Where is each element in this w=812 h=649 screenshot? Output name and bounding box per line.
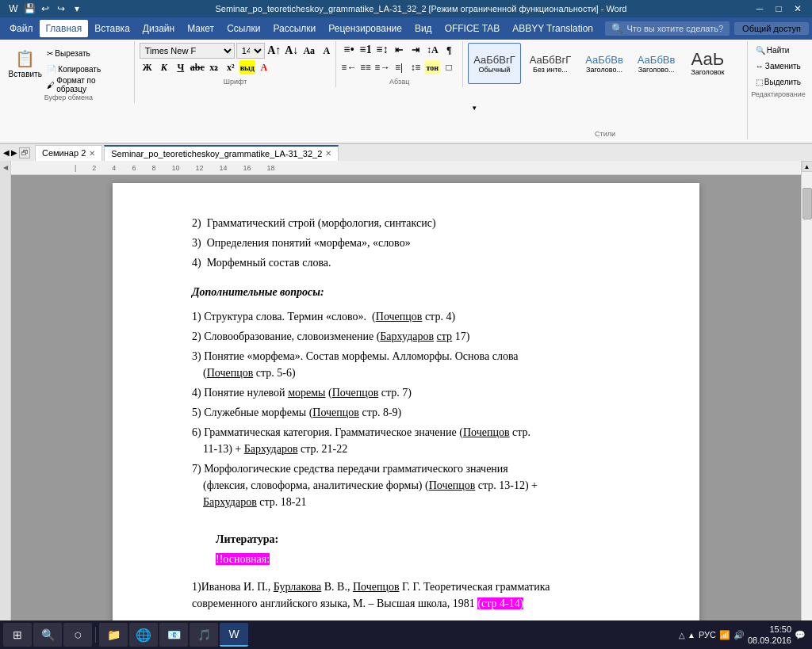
vertical-scrollbar[interactable]: ▲ ▼ [801,161,812,649]
pocheptsov-link-1[interactable]: Почепцов [376,311,423,323]
style-title[interactable]: АаЬ Заголовок [684,43,731,84]
menu-abbyy[interactable]: ABBYY Translation [506,20,599,37]
chrome-btn[interactable]: 🌐 [129,623,158,647]
numbering-btn[interactable]: ≡1 [358,43,373,57]
shading-btn[interactable]: тон [424,60,440,74]
tab-seminar-main[interactable]: Seminar_po_teoreticheskoy_grammatike_LA-… [104,145,339,161]
strikethrough-btn[interactable]: abc [190,60,205,74]
format-painter-btn[interactable]: 🖌 Формат по образцу [44,78,128,92]
main-label: !!основная: [216,553,270,565]
borders-btn[interactable]: □ [441,60,457,74]
superscript-btn[interactable]: x² [223,60,239,74]
menu-home[interactable]: Главная [40,20,89,37]
paste-btn[interactable]: 📋 Вставить [8,43,42,84]
bullets-btn[interactable]: ≡• [341,43,357,57]
notifications-btn[interactable]: 💬 [795,630,806,640]
media-btn[interactable]: 🎵 [190,623,218,647]
scroll-track[interactable] [802,172,812,647]
word-icon-btn[interactable]: W [6,2,21,16]
share-btn[interactable]: Общий доступ [734,22,809,35]
replace-btn[interactable]: ↔ Заменить [753,59,804,73]
word-taskbar-btn[interactable]: W [220,623,248,647]
menu-mailings[interactable]: Рассылки [266,20,322,37]
font-name-select[interactable]: Times New F [140,43,235,59]
ruler-mark: 6 [132,164,136,172]
underline-btn[interactable]: Ч [173,60,189,74]
search-box[interactable]: 🔍 Что вы хотите сделать? [605,21,730,36]
tab-seminar-main-close[interactable]: ✕ [325,149,331,158]
menu-office-tab[interactable]: OFFICE TAB [439,20,507,37]
maximize-btn[interactable]: □ [771,2,787,15]
decrease-font-btn[interactable]: A↓ [284,44,300,58]
multilevel-btn[interactable]: ≡↕ [374,43,390,57]
styles-more-btn[interactable]: ▼ [468,87,481,128]
copy-btn[interactable]: 📄 Копировать [44,62,128,76]
style-h1[interactable]: АаБбВв Заголово... [580,43,629,84]
menu-references[interactable]: Ссылки [220,20,266,37]
align-right-btn[interactable]: ≡→ [374,60,390,74]
explorer-btn[interactable]: 📁 [99,623,128,647]
pocheptsov-link-3[interactable]: Почепцов [332,387,379,399]
scroll-up-btn[interactable]: ▲ [802,161,813,172]
justify-btn[interactable]: ≡| [391,60,407,74]
menu-view[interactable]: Вид [408,20,439,37]
cortana-btn[interactable]: ⬡ [63,623,92,647]
mail-btn[interactable]: 📧 [159,623,188,647]
menu-design[interactable]: Дизайн [136,20,181,37]
style-normal[interactable]: АаБбВгГ Обычный [468,43,520,84]
show-para-btn[interactable]: ¶ [441,43,457,57]
menu-file[interactable]: Файл [3,20,40,37]
search-taskbar-btn[interactable]: 🔍 [33,623,62,647]
undo-btn[interactable]: ↩ [38,2,52,16]
pocheptsov-link-7[interactable]: Почепцов [353,581,400,593]
save-btn[interactable]: 💾 [22,2,36,16]
find-btn[interactable]: 🔍 Найти [753,43,793,57]
bold-btn[interactable]: Ж [140,60,155,74]
subscript-btn[interactable]: x₂ [206,60,222,74]
tab-nav-right[interactable]: ▶ [11,148,17,157]
document-page[interactable]: 2) Грамматический строй (морфология, син… [113,183,699,649]
scroll-thumb[interactable] [802,188,812,220]
list-item-2: 2) Грамматический строй (морфология, син… [192,215,636,231]
minimize-btn[interactable]: ─ [752,2,768,15]
increase-indent-btn[interactable]: ⇥ [408,43,423,57]
moremy-link[interactable]: моремы [288,387,325,399]
new-window-btn[interactable]: 🗗 [19,147,30,158]
left-margin-icon[interactable]: ◀ [3,164,8,171]
clear-format-btn[interactable]: Aa [301,44,317,58]
str-link-1[interactable]: стр [437,330,453,342]
style-h2[interactable]: АаБбВв Заголово... [632,43,681,84]
font-color-btn[interactable]: А [256,60,272,74]
menu-layout[interactable]: Макет [181,20,220,37]
pocheptsov-link-5[interactable]: Почепцов [463,426,510,438]
select-btn[interactable]: ⬚ Выделить [753,74,804,89]
italic-btn[interactable]: К [156,60,172,74]
highlight-btn[interactable]: выд [239,60,255,74]
font-size-select[interactable]: 14 [236,43,265,59]
start-btn[interactable]: ⊞ [3,623,32,647]
menu-review[interactable]: Рецензирование [322,20,408,37]
text-effects-btn[interactable]: A [319,44,335,58]
pocheptsov-link-6[interactable]: Почепцов [429,479,476,491]
align-left-btn[interactable]: ≡← [341,60,357,74]
pocheptsov-link-2[interactable]: Почепцов [207,367,254,379]
burlakova-link[interactable]: Бурлакова [274,581,321,593]
tab-seminar2[interactable]: Семинар 2 ✕ [35,145,102,161]
barkhudarov-link-1[interactable]: Бархударов [380,330,434,342]
pocheptsov-link-4[interactable]: Почепцов [312,407,359,418]
style-nospace[interactable]: АаБбВгГ Без инте... [524,43,576,84]
align-center-btn[interactable]: ≡≡ [358,60,373,74]
tab-seminar2-close[interactable]: ✕ [89,149,95,158]
redo-btn[interactable]: ↪ [54,2,68,16]
line-spacing-btn[interactable]: ↕≡ [408,60,423,74]
menu-insert[interactable]: Вставка [88,20,136,37]
customize-btn[interactable]: ▾ [70,2,84,16]
increase-font-btn[interactable]: A↑ [266,44,282,58]
barkhudarov-link-3[interactable]: Бархударов [203,496,257,508]
barkhudarov-link-2[interactable]: Бархударов [244,443,298,455]
sort-btn[interactable]: ↕A [424,43,440,57]
close-btn[interactable]: ✕ [790,2,806,15]
cut-btn[interactable]: ✂ Вырезать [44,46,128,60]
decrease-indent-btn[interactable]: ⇤ [391,43,407,57]
tab-nav-left[interactable]: ◀ [3,148,10,157]
